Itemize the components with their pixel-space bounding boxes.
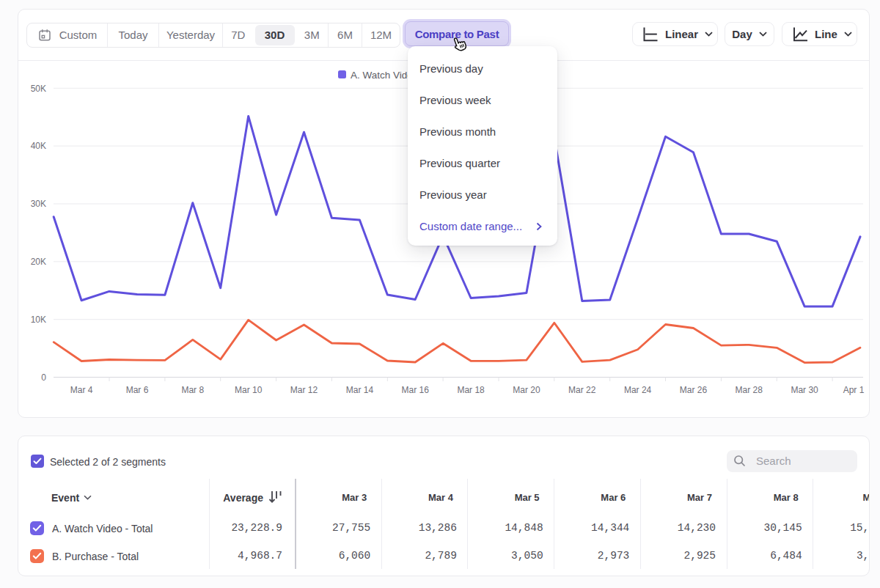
svg-text:Mar 18: Mar 18 (457, 385, 485, 395)
svg-text:Mar 22: Mar 22 (568, 385, 596, 395)
svg-text:40K: 40K (31, 141, 46, 151)
svg-text:Mar 26: Mar 26 (680, 385, 708, 395)
svg-text:Apr 1: Apr 1 (843, 385, 865, 395)
svg-text:20K: 20K (31, 257, 46, 267)
svg-text:Mar 12: Mar 12 (290, 385, 318, 395)
svg-text:Mar 20: Mar 20 (513, 385, 540, 395)
svg-text:Mar 14: Mar 14 (346, 385, 374, 395)
svg-text:50K: 50K (31, 84, 46, 94)
svg-text:30K: 30K (31, 199, 46, 209)
svg-text:Mar 30: Mar 30 (791, 385, 818, 395)
svg-text:Mar 6: Mar 6 (126, 385, 149, 395)
svg-text:Mar 16: Mar 16 (402, 385, 430, 395)
svg-text:Mar 28: Mar 28 (736, 385, 763, 395)
svg-text:Mar 8: Mar 8 (181, 385, 204, 395)
svg-text:Mar 4: Mar 4 (70, 385, 93, 395)
svg-text:0: 0 (41, 372, 46, 383)
svg-text:Mar 10: Mar 10 (235, 385, 263, 395)
svg-text:Mar 24: Mar 24 (624, 385, 652, 395)
svg-text:10K: 10K (31, 315, 46, 325)
